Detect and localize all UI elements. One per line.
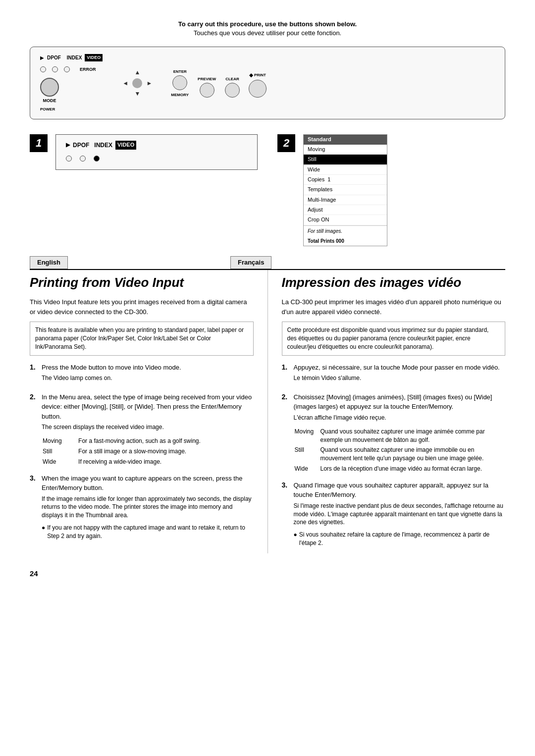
col-french: Impression des images vidéo La CD-300 pe… <box>268 270 506 553</box>
fr-step3-content: Quand l'image que vous souhaitez capture… <box>294 481 506 547</box>
fr-sub-still-val: Quand vous souhaitez capturer une image … <box>321 445 505 463</box>
fr-step3-bullet-text: Si vous souhaitez refaire la capture de … <box>299 531 505 547</box>
menu-for-still: For still images. <box>304 225 387 237</box>
step1-led-2 <box>80 156 86 162</box>
fr-step3-num: 3. <box>282 481 290 547</box>
led-1 <box>40 66 46 72</box>
led-row: ERROR <box>40 66 96 73</box>
menu-total-prints: Total Prints 000 <box>304 237 387 246</box>
dpad-down-icon[interactable]: ▼ <box>134 90 140 98</box>
fr-step2: 2. Choisissez [Moving] (images animées),… <box>282 392 506 475</box>
dpof-label: DPOF <box>47 54 61 61</box>
menu-wide[interactable]: Wide <box>304 165 387 175</box>
memory-label: MEMORY <box>171 92 189 98</box>
dpad[interactable]: ▲ ◄ ► ▼ <box>122 68 152 98</box>
fr-step3: 3. Quand l'image que vous souhaitez capt… <box>282 481 506 547</box>
tab-english[interactable]: English <box>30 256 68 269</box>
step1-content: ▶ DPOF INDEX VIDEO <box>55 134 258 169</box>
clear-button[interactable] <box>225 83 240 98</box>
index-label: INDEX <box>67 54 82 61</box>
instruction-line2: Touches que vous devez utiliser pour cet… <box>30 29 505 38</box>
en-sub-still: Still For a still image or a slow-moving… <box>43 447 253 456</box>
en-step3-num: 3. <box>30 474 38 540</box>
menu-copies[interactable]: Copies 1 <box>304 175 387 185</box>
step1-panel: ▶ DPOF INDEX VIDEO <box>55 134 258 169</box>
fr-step3-note: Si l'image reste inactive pendant plus d… <box>294 502 506 527</box>
device-left: ▶ DPOF INDEX VIDEO ERROR MODE POWER <box>40 54 103 112</box>
bullet-icon: ● <box>42 524 45 540</box>
video-badge: VIDEO <box>85 54 103 61</box>
en-sub-still-val: For a still image or a slow-moving image… <box>78 447 252 456</box>
en-sub-still-key: Still <box>43 447 77 456</box>
page-number: 24 <box>30 568 38 579</box>
fr-sub-wide-val: Lors de la réception d'une image vidéo a… <box>321 464 505 474</box>
led-3 <box>64 66 70 72</box>
menu-crop[interactable]: Crop ON <box>304 215 387 225</box>
print-btn-group: ◆ PRINT <box>249 72 267 98</box>
steps-row: 1 ▶ DPOF INDEX VIDEO 2 Standard <box>30 134 505 246</box>
print-label: ◆ PRINT <box>249 72 266 79</box>
dpad-right-icon[interactable]: ► <box>146 79 152 87</box>
step1-led-3-filled <box>94 156 100 162</box>
step1-number: 1 <box>30 134 48 152</box>
menu-still[interactable]: Still <box>304 155 387 164</box>
fr-step2-num: 2. <box>282 392 290 475</box>
step1-dpof-arrow: ▶ <box>66 141 70 149</box>
fr-step2-text: Choisissez [Moving] (images animées), [S… <box>294 392 506 412</box>
step2-content: Standard Moving Still Wide Copies 1 Temp… <box>303 134 505 246</box>
dpad-left-icon[interactable]: ◄ <box>122 79 128 87</box>
menu-adjust[interactable]: Adjust <box>304 205 387 215</box>
french-feature-note: Cette procédure est disponible quand vou… <box>282 322 506 355</box>
fr-step1-num: 1. <box>282 363 290 386</box>
fr-step2-content: Choisissez [Moving] (images animées), [S… <box>294 392 506 475</box>
fr-step1-text: Appuyez, si nécessaire, sur la touche Mo… <box>294 363 500 373</box>
top-instruction: To carry out this procedure, use the but… <box>30 20 505 38</box>
dpad-up-icon[interactable]: ▲ <box>134 68 140 77</box>
en-step2-note: The screen displays the received video i… <box>42 423 254 432</box>
enter-btn-group: ENTER MEMORY <box>171 69 189 98</box>
fr-sub-moving-val: Quand vous souhaitez capturer une image … <box>321 427 505 445</box>
fr-step1-content: Appuyez, si nécessaire, sur la touche Mo… <box>294 363 500 386</box>
tab-french[interactable]: Français <box>230 256 271 269</box>
language-section: English Français Printing from Video Inp… <box>30 256 505 553</box>
clear-btn-group: CLEAR <box>225 76 240 98</box>
step1-video-badge: VIDEO <box>115 141 136 149</box>
enter-button[interactable] <box>172 75 187 90</box>
en-step1-note: The Video lamp comes on. <box>42 374 181 382</box>
en-step3: 3. When the image you want to capture ap… <box>30 474 254 540</box>
dpad-center[interactable] <box>132 78 142 88</box>
preview-btn-group: PREVIEW <box>198 76 216 98</box>
fr-step2-note: L'écran affiche l'image vidéo reçue. <box>294 414 506 422</box>
step1-index-label: INDEX <box>94 141 112 150</box>
fr-sub-moving-key: Moving <box>295 427 320 445</box>
device-panel: ▶ DPOF INDEX VIDEO ERROR MODE POWER ▲ ◄ … <box>30 47 505 119</box>
en-step2: 2. In the Menu area, select the type of … <box>30 392 254 468</box>
lang-tabs-row: English Français <box>30 256 505 269</box>
mode-label: MODE <box>43 98 56 104</box>
menu-moving[interactable]: Moving <box>304 145 387 155</box>
en-step3-text: When the image you want to capture appea… <box>42 474 254 493</box>
power-label: POWER <box>40 107 55 112</box>
fr-sub-still: Still Quand vous souhaitez capturer une … <box>295 445 505 463</box>
en-step3-bullet: ● If you are not happy with the captured… <box>42 524 254 540</box>
error-label: ERROR <box>80 66 96 73</box>
french-title: Impression des images vidéo <box>282 275 506 290</box>
print-button[interactable] <box>249 80 267 98</box>
en-step3-note: If the image remains idle for longer tha… <box>42 495 254 520</box>
en-step1-text: Press the Mode button to move into Video… <box>42 363 181 373</box>
menu-templates[interactable]: Templates <box>304 185 387 195</box>
mode-knob[interactable] <box>40 78 59 97</box>
columns-wrapper: Printing from Video Input This Video Inp… <box>30 270 505 553</box>
fr-sub-moving: Moving Quand vous souhaitez capturer une… <box>295 427 505 445</box>
fr-sub-wide-key: Wide <box>295 464 320 474</box>
english-title: Printing from Video Input <box>30 275 254 290</box>
fr-step1-note: Le témoin Video s'allume. <box>294 374 500 382</box>
preview-button[interactable] <box>200 83 214 98</box>
menu-multi-image[interactable]: Multi-Image <box>304 195 387 205</box>
step1-led-1 <box>66 156 72 162</box>
english-feature-note: This feature is available when you are p… <box>30 322 254 355</box>
enter-label: ENTER <box>173 69 187 74</box>
dpof-arrow-icon: ▶ <box>40 54 44 61</box>
step1-labels: ▶ DPOF INDEX VIDEO <box>66 141 247 149</box>
fr-step2-subtable: Moving Quand vous souhaitez capturer une… <box>294 426 506 475</box>
